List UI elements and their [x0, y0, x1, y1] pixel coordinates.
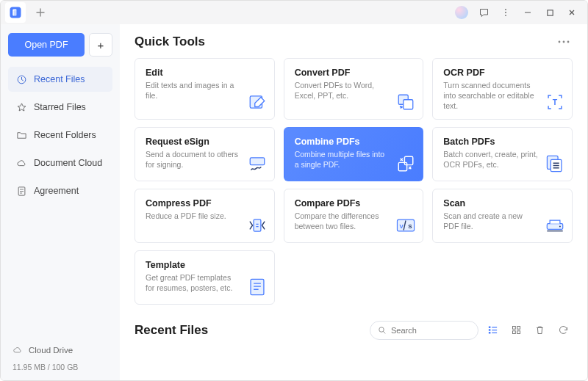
- svg-rect-14: [404, 99, 413, 109]
- storage-text: 11.95 MB / 100 GB: [8, 361, 112, 374]
- cloud-icon: [15, 157, 27, 169]
- tool-title: Compress PDF: [146, 198, 265, 208]
- svg-rect-33: [517, 327, 520, 330]
- tool-card-esign[interactable]: Request eSign Send a document to others …: [135, 127, 275, 181]
- svg-point-3: [505, 9, 506, 10]
- convert-icon: [396, 92, 415, 112]
- compress-icon: [248, 216, 267, 235]
- tool-title: Convert PDF: [295, 68, 415, 78]
- sidebar-item-label: Recent Files: [34, 74, 85, 84]
- svg-rect-29: [488, 327, 490, 329]
- sidebar-item-starred-files[interactable]: Starred Files: [8, 95, 112, 120]
- tool-desc: Scan and create a new PDF file.: [443, 211, 539, 231]
- ocr-icon: T: [545, 92, 564, 112]
- svg-text:S: S: [408, 222, 412, 229]
- tool-card-compress[interactable]: Compress PDF Reduce a PDF file size.: [135, 189, 275, 243]
- svg-rect-6: [547, 10, 552, 15]
- svg-rect-27: [251, 279, 264, 294]
- tool-title: Template: [146, 260, 265, 270]
- svg-rect-17: [405, 156, 413, 164]
- tool-title: Request eSign: [146, 137, 265, 147]
- sidebar: Open PDF + Recent Files Starred Files Re…: [1, 24, 120, 380]
- tool-card-batch[interactable]: Batch PDFs Batch convert, create, print,…: [432, 127, 573, 181]
- tool-title: Batch PDFs: [443, 137, 563, 147]
- tool-desc: Batch convert, create, print, OCR PDFs, …: [443, 149, 539, 170]
- tool-desc: Combine multiple files into a single PDF…: [295, 149, 390, 170]
- combine-icon: [396, 154, 415, 173]
- svg-rect-21: [254, 219, 261, 231]
- sidebar-item-label: Starred Files: [34, 102, 86, 112]
- quick-tools-heading: Quick Tools: [135, 35, 205, 49]
- window-minimize[interactable]: [517, 2, 539, 23]
- app-logo: [5, 2, 26, 23]
- search-icon: [378, 326, 387, 335]
- cloud-drive-link[interactable]: Cloud Drive: [8, 342, 112, 358]
- svg-rect-18: [399, 162, 407, 170]
- sidebar-item-recent-files[interactable]: Recent Files: [8, 67, 112, 92]
- esign-icon: [248, 154, 267, 173]
- cloud-drive-label: Cloud Drive: [29, 346, 73, 355]
- document-icon: [15, 185, 27, 197]
- vertical-dots-icon[interactable]: [495, 2, 517, 23]
- window-maximize[interactable]: [539, 2, 561, 23]
- svg-rect-35: [517, 331, 520, 334]
- svg-rect-2: [14, 10, 18, 17]
- sidebar-item-label: Recent Folders: [34, 130, 96, 140]
- search-input[interactable]: [391, 326, 470, 335]
- svg-point-9: [559, 41, 561, 43]
- svg-point-4: [505, 12, 506, 13]
- quick-tools-more-button[interactable]: [555, 37, 573, 46]
- view-grid-button[interactable]: [506, 321, 526, 340]
- tool-title: Edit: [146, 68, 265, 78]
- tool-title: Combine PDFs: [295, 137, 415, 147]
- tool-card-template[interactable]: Template Get great PDF templates for res…: [135, 250, 275, 305]
- tool-desc: Reduce a PDF file size.: [146, 211, 241, 221]
- svg-rect-16: [250, 157, 265, 164]
- batch-icon: [545, 154, 564, 173]
- comment-icon[interactable]: [473, 2, 495, 23]
- tool-title: OCR PDF: [443, 68, 563, 78]
- tool-card-convert[interactable]: Convert PDF Convert PDFs to Word, Excel,…: [284, 58, 424, 120]
- compare-icon: VS: [396, 216, 415, 235]
- scan-icon: [545, 216, 564, 235]
- svg-rect-30: [488, 329, 490, 331]
- cloud-icon: [12, 345, 23, 355]
- svg-rect-34: [512, 331, 515, 334]
- tool-desc: Send a document to others for signing.: [146, 149, 241, 170]
- clock-icon: [15, 73, 27, 85]
- tool-card-compare[interactable]: Compare PDFs Compare the differences bet…: [284, 189, 424, 243]
- user-avatar[interactable]: [451, 2, 473, 23]
- star-icon: [15, 101, 27, 113]
- template-icon: [248, 277, 267, 297]
- svg-point-26: [559, 225, 561, 227]
- window-close[interactable]: [561, 2, 583, 23]
- recent-files-heading: Recent Files: [135, 323, 208, 338]
- create-pdf-button[interactable]: +: [89, 33, 112, 57]
- svg-rect-32: [512, 327, 515, 330]
- search-box[interactable]: [370, 321, 478, 340]
- tool-desc: Turn scanned documents into searchable o…: [443, 80, 539, 112]
- tool-desc: Edit texts and images in a file.: [146, 80, 241, 101]
- svg-point-10: [563, 41, 565, 43]
- refresh-button[interactable]: [553, 321, 573, 340]
- sidebar-item-agreement[interactable]: Agreement: [8, 178, 112, 203]
- tool-title: Scan: [443, 198, 563, 208]
- open-pdf-button[interactable]: Open PDF: [8, 33, 85, 57]
- tool-card-scan[interactable]: Scan Scan and create a new PDF file.: [432, 189, 573, 243]
- svg-point-11: [567, 41, 570, 43]
- tool-card-ocr[interactable]: OCR PDF Turn scanned documents into sear…: [432, 58, 573, 120]
- titlebar: [1, 1, 587, 24]
- tool-desc: Compare the differences between two file…: [295, 211, 390, 231]
- new-tab-button[interactable]: [30, 2, 51, 23]
- tool-title: Compare PDFs: [295, 198, 415, 208]
- delete-button[interactable]: [530, 321, 549, 340]
- svg-point-5: [505, 15, 506, 16]
- tool-desc: Get great PDF templates for resumes, pos…: [146, 272, 241, 293]
- tool-card-edit[interactable]: Edit Edit texts and images in a file.: [135, 58, 275, 120]
- view-list-button[interactable]: [483, 321, 502, 340]
- sidebar-item-document-cloud[interactable]: Document Cloud: [8, 150, 112, 175]
- sidebar-item-recent-folders[interactable]: Recent Folders: [8, 123, 112, 148]
- svg-rect-31: [488, 332, 490, 334]
- sidebar-item-label: Agreement: [34, 186, 79, 196]
- tool-card-combine[interactable]: Combine PDFs Combine multiple files into…: [284, 127, 424, 181]
